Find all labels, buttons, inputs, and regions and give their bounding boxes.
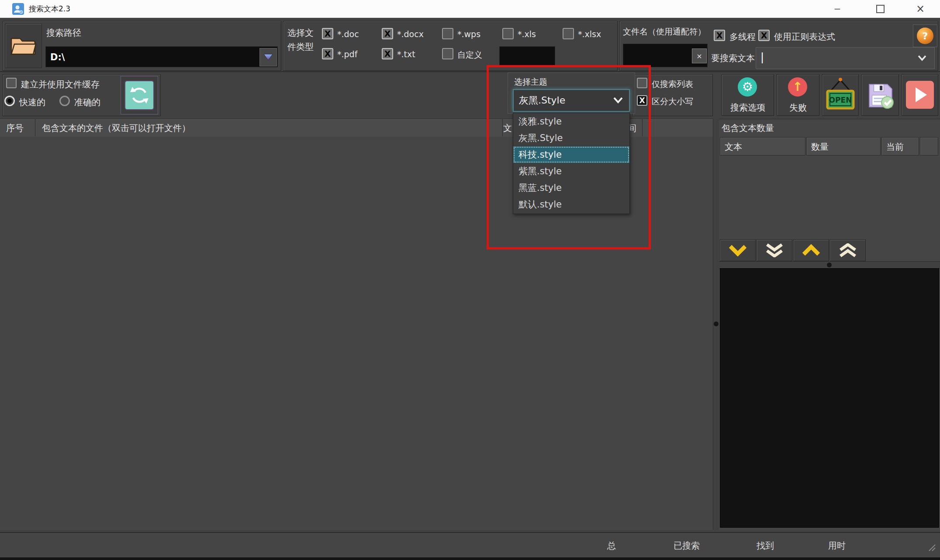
status-bar: 总 已搜索 找到 用时 — [0, 532, 940, 558]
regex-label: 使用正则表达式 — [774, 31, 835, 43]
check-mark: X — [384, 30, 391, 38]
clear-icon: × — [696, 52, 702, 60]
status-searched-label: 已搜索 — [674, 540, 700, 552]
open-sign-icon: OPEN — [824, 77, 857, 114]
window-title: 搜索文本2.3 — [29, 4, 70, 14]
checkbox-txt[interactable]: X — [382, 48, 393, 59]
title-bar: 搜索文本2.3 − × — [0, 0, 940, 18]
annotation-rectangle — [487, 65, 651, 249]
checkbox-wps-label: *.wps — [457, 29, 480, 39]
checkbox-txt-label: *.txt — [397, 49, 415, 59]
filename-label: 文件名（使用通配符） — [623, 26, 706, 38]
close-icon: × — [916, 3, 925, 15]
path-dropdown-button[interactable] — [259, 48, 277, 66]
open-file-button[interactable]: OPEN — [822, 74, 859, 116]
custom-pattern-input[interactable] — [499, 46, 555, 66]
move-top-button[interactable] — [830, 239, 866, 261]
checkbox-multithread[interactable]: X — [714, 30, 725, 41]
multithread-label: 多线程 — [729, 31, 756, 43]
bottom-edge — [0, 557, 940, 560]
file-types-label-line1: 选择文 — [287, 27, 314, 39]
save-button[interactable] — [861, 74, 899, 116]
checkbox-docx[interactable]: X — [382, 28, 393, 39]
search-options-button[interactable]: ⚙ 搜索选项 — [722, 74, 774, 116]
checkbox-xls[interactable] — [502, 28, 514, 39]
check-mark: X — [325, 50, 331, 58]
resize-grip-icon[interactable] — [928, 543, 936, 551]
count-panel-title: 包含文本数量 — [722, 122, 774, 134]
radio-accurate-label: 准确的 — [74, 97, 100, 108]
checkbox-xls-label: *.xls — [518, 29, 536, 39]
failed-button[interactable]: ↑ 失败 — [777, 74, 819, 116]
check-mark: X — [761, 31, 767, 40]
column-divider — [35, 119, 35, 136]
file-types-label-line2: 件类型 — [287, 41, 314, 53]
double-chevron-up-icon — [838, 243, 857, 257]
checkbox-doc-label: *.doc — [337, 29, 359, 39]
chevron-up-icon — [802, 244, 821, 256]
status-found-label: 找到 — [757, 540, 774, 552]
filename-clear-button[interactable]: × — [692, 48, 707, 63]
move-up-button[interactable] — [793, 239, 829, 261]
check-mark: X — [325, 30, 331, 38]
minimize-button[interactable]: − — [824, 0, 851, 17]
column-header-current[interactable]: 当前 — [881, 137, 919, 156]
checkbox-custom-label: 自定义 — [457, 49, 482, 61]
checkbox-xlsx-label: *.xlsx — [578, 29, 601, 39]
search-text-combo[interactable]: | — [756, 47, 935, 69]
checkbox-xlsx[interactable] — [563, 28, 574, 39]
minimize-icon: − — [834, 3, 841, 14]
folder-icon — [10, 35, 37, 57]
radio-accurate[interactable] — [59, 96, 70, 106]
checkbox-doc[interactable]: X — [322, 28, 333, 39]
checkbox-docx-label: *.docx — [397, 29, 424, 39]
maximize-icon — [876, 5, 885, 13]
checkbox-wps[interactable] — [442, 28, 453, 39]
list-only-label: 仅搜索列表 — [652, 79, 693, 90]
move-down-button[interactable] — [720, 239, 756, 261]
double-chevron-down-icon — [765, 243, 784, 257]
app-window: 搜索文本2.3 − × 搜索路径 D:\ 选择文 件类型 X *.doc X *… — [0, 0, 940, 560]
gear-icon: ⚙ — [738, 77, 757, 97]
maximize-button[interactable] — [867, 0, 894, 17]
help-icon: ? — [917, 28, 933, 44]
case-sensitive-label: 区分大小写 — [652, 96, 693, 107]
failed-label: 失败 — [777, 102, 819, 114]
start-search-button[interactable] — [902, 74, 938, 116]
open-sign-text: OPEN — [829, 96, 852, 104]
app-icon — [12, 3, 24, 15]
text-cursor: | — [760, 51, 764, 63]
refresh-button[interactable] — [121, 76, 158, 114]
check-mark: X — [384, 50, 391, 58]
column-header-text[interactable]: 文本 — [720, 137, 805, 156]
column-header-count[interactable]: 数量 — [806, 137, 881, 156]
check-mark: X — [716, 31, 723, 40]
checkbox-custom[interactable] — [442, 48, 453, 59]
move-bottom-button[interactable] — [757, 239, 792, 261]
status-total-label: 总 — [607, 540, 616, 552]
chevron-down-icon — [918, 55, 926, 61]
save-disk-icon — [866, 81, 895, 110]
help-button[interactable]: ? — [913, 24, 937, 47]
refresh-icon — [124, 80, 154, 110]
checkbox-regex[interactable]: X — [758, 30, 770, 41]
column-header-files[interactable]: 包含文本的文件（双击可以打开文件） — [42, 122, 190, 134]
checkbox-cache[interactable] — [6, 78, 17, 88]
radio-fast[interactable] — [4, 96, 15, 106]
search-options-label: 搜索选项 — [722, 102, 774, 114]
preview-panel[interactable] — [720, 268, 939, 528]
search-path-input[interactable]: D:\ — [45, 46, 278, 67]
splitter-handle-dot — [714, 321, 719, 326]
close-button[interactable]: × — [907, 0, 934, 17]
cache-label: 建立并使用文件缓存 — [21, 79, 100, 90]
splitter-handle-dot — [827, 263, 832, 267]
status-elapsed-label: 用时 — [828, 540, 846, 552]
chevron-down-icon — [728, 244, 747, 256]
checkbox-pdf[interactable]: X — [322, 48, 333, 59]
browse-folder-button[interactable] — [5, 24, 42, 68]
radio-fast-label: 快速的 — [19, 97, 45, 108]
dropdown-triangle-icon — [263, 53, 273, 61]
column-header-index[interactable]: 序号 — [6, 122, 24, 134]
up-arrow-icon: ↑ — [788, 77, 807, 97]
checkbox-pdf-label: *.pdf — [337, 49, 357, 59]
